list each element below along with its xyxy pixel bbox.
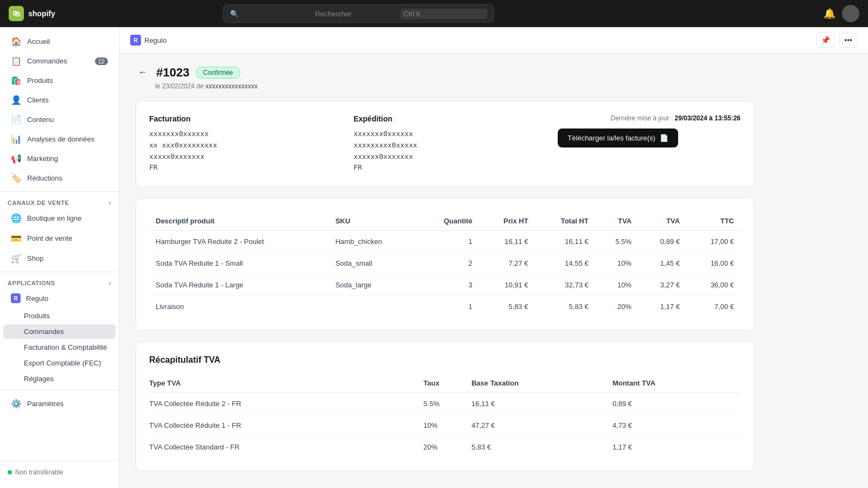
- cell-type-tva: TVA Collectée Réduite 1 - FR: [149, 415, 424, 436]
- sidebar-item-regulo[interactable]: R Regulo: [3, 289, 116, 307]
- products-table: Descriptif produit SKU Quantité Prix HT …: [149, 211, 741, 317]
- download-invoice-button[interactable]: Télécharger la/les facture(s) 📄: [558, 129, 678, 147]
- pos-icon: 💳: [11, 233, 22, 243]
- sidebar-sub-item-export[interactable]: Export Comptable (FEC): [3, 356, 116, 370]
- sidebar-item-clients[interactable]: 👤 Clients: [3, 91, 116, 110]
- sidebar-sub-item-facturation[interactable]: Facturation & Comptabilité: [3, 340, 116, 355]
- address-meta: Dernière mise à jour : 29/03/2024 à 13:5…: [558, 114, 741, 174]
- billing-country: FR: [149, 162, 332, 174]
- cell-prix-ht: 7,27 €: [479, 253, 535, 274]
- cell-ttc: 7,00 €: [686, 296, 741, 318]
- cell-tva-amt: 1,17 €: [638, 296, 686, 318]
- billing-address: Facturation xxxxxxx0xxxxxx xx xxx0xxxxxx…: [149, 114, 332, 174]
- sidebar-item-label: Point de vente: [27, 234, 72, 242]
- sidebar-item-shop[interactable]: 🛒 Shop: [3, 249, 116, 268]
- date-info: le 23/02/2024 de: [155, 82, 203, 90]
- sidebar-item-marketing[interactable]: 📢 Marketing: [3, 149, 116, 168]
- chevron-right-icon: ›: [109, 200, 111, 206]
- user-avatar[interactable]: [842, 5, 859, 22]
- sidebar-item-analyses[interactable]: 📊 Analyses de données: [3, 130, 116, 149]
- sidebar-footer: Non transférable: [0, 460, 119, 484]
- sidebar-divider-3: [0, 390, 119, 390]
- shopify-bag-icon: 🛍: [9, 6, 24, 21]
- sidebar-item-label: Shop: [27, 254, 43, 262]
- cell-quantite: 1: [417, 296, 479, 318]
- cell-total-ht: 5,83 €: [535, 296, 595, 318]
- sidebar-item-label: Regulo: [26, 294, 48, 303]
- sidebar-item-boutique[interactable]: 🌐 Boutique en ligne: [3, 209, 116, 228]
- cell-sku: Soda_small: [329, 253, 417, 274]
- sidebar-item-label: Analyses de données: [27, 135, 94, 143]
- pin-button[interactable]: 📌: [816, 33, 835, 48]
- sidebar-item-label: Commandes: [27, 57, 67, 65]
- cell-base-taxation: 47,27 €: [471, 415, 612, 436]
- sidebar-item-contenu[interactable]: 📄 Contenu: [3, 110, 116, 129]
- tva-summary-title: Récapitulatif TVA: [149, 355, 741, 365]
- sidebar-section-applications: Applications ›: [0, 275, 119, 288]
- cell-tva-amt: 1,45 €: [638, 253, 686, 274]
- col-sku: SKU: [329, 211, 417, 231]
- shipping-line3: xxxxxx0xxxxxxx: [354, 151, 537, 163]
- sidebar-item-produits[interactable]: 🛍️ Produits: [3, 71, 116, 90]
- status-badge: Confirmée: [196, 67, 240, 79]
- cell-sku: Hamb_chicken: [329, 231, 417, 253]
- cell-total-ht: 16,11 €: [535, 231, 595, 253]
- sidebar-sub-item-commandes[interactable]: Commandes: [3, 324, 116, 339]
- topbar-actions: 🔔: [821, 5, 859, 22]
- sidebar-sub-label: Commandes: [24, 328, 64, 336]
- cell-prix-ht: 10,91 €: [479, 274, 535, 296]
- order-subtitle: le 23/02/2024 de xxxxxxxxxxxxxxxx: [155, 82, 754, 90]
- commandes-badge: 12: [95, 57, 108, 65]
- billing-line2: xx xxx0xxxxxxxxx: [149, 140, 332, 151]
- col-tva-amt: TVA: [638, 211, 686, 231]
- cell-sku: [329, 296, 417, 318]
- table-row: Soda TVA Reduite 1 - Small Soda_small 2 …: [149, 253, 741, 274]
- cell-prix-ht: 5,83 €: [479, 296, 535, 318]
- sidebar-sub-label: Facturation & Comptabilité: [24, 343, 107, 351]
- non-transferable-badge: Non transférable: [8, 465, 111, 479]
- download-btn-label: Télécharger la/les facture(s): [567, 134, 655, 142]
- more-button[interactable]: •••: [839, 33, 857, 48]
- cell-tva-pct: 10%: [595, 274, 638, 296]
- page-title: #1023: [156, 66, 189, 80]
- cell-ttc: 16,00 €: [686, 253, 741, 274]
- cell-tva-pct: 10%: [595, 253, 638, 274]
- billing-line1: xxxxxxx0xxxxxx: [149, 129, 332, 140]
- cell-montant-tva: 0,89 €: [612, 393, 741, 415]
- notifications-button[interactable]: 🔔: [821, 5, 838, 22]
- table-row: Soda TVA Reduite 1 - Large Soda_large 3 …: [149, 274, 741, 296]
- back-button[interactable]: ←: [136, 65, 150, 80]
- cell-montant-tva: 4,73 €: [612, 415, 741, 436]
- sidebar-item-pos[interactable]: 💳 Point de vente: [3, 229, 116, 248]
- col-prix-ht: Prix HT: [479, 211, 535, 231]
- sidebar-item-accueil[interactable]: 🏠 Accueil: [3, 32, 116, 51]
- sidebar-item-label: Clients: [27, 96, 49, 104]
- address-row: Facturation xxxxxxx0xxxxxx xx xxx0xxxxxx…: [149, 114, 741, 174]
- sidebar-sub-item-produits[interactable]: Produits: [3, 309, 116, 323]
- cell-tva-amt: 3,27 €: [638, 274, 686, 296]
- tva-summary-card: Récapitulatif TVA Type TVA Taux Base Tax…: [136, 342, 754, 471]
- page-title-row: ← #1023 Confirmée: [136, 65, 754, 80]
- sidebar-item-parametres[interactable]: ⚙️ Paramètres: [3, 394, 116, 413]
- sidebar: 🏠 Accueil 📋 Commandes 12 🛍️ Produits 👤 C…: [0, 27, 119, 488]
- sidebar-item-label: Paramètres: [27, 400, 63, 408]
- breadcrumb: R Regulo: [130, 35, 167, 46]
- clients-icon: 👤: [11, 95, 22, 105]
- sidebar-item-reductions[interactable]: 🏷️ Réductions: [3, 169, 116, 188]
- cell-quantite: 3: [417, 274, 479, 296]
- col-taux: Taux: [424, 374, 471, 393]
- col-montant-tva: Montant TVA: [612, 374, 741, 393]
- sidebar-sub-item-reglages[interactable]: Réglages: [3, 371, 116, 386]
- search-bar[interactable]: 🔍 Rechercher Ctrl K: [223, 4, 494, 23]
- cell-tva-pct: 5.5%: [595, 231, 638, 253]
- boutique-icon: 🌐: [11, 213, 22, 223]
- shipping-country: FR: [354, 162, 537, 174]
- shop-icon: 🛒: [11, 253, 22, 264]
- content-icon: 📄: [11, 114, 22, 125]
- shipping-text: xxxxxxx0xxxxxx xxxxxxxxx0xxxxx xxxxxx0xx…: [354, 129, 537, 174]
- logo-text: shopify: [28, 9, 55, 18]
- customer-link[interactable]: xxxxxxxxxxxxxxxx: [206, 82, 258, 90]
- sidebar-item-commandes[interactable]: 📋 Commandes 12: [3, 52, 116, 70]
- status-dot-icon: [8, 470, 12, 474]
- reductions-icon: 🏷️: [11, 173, 22, 183]
